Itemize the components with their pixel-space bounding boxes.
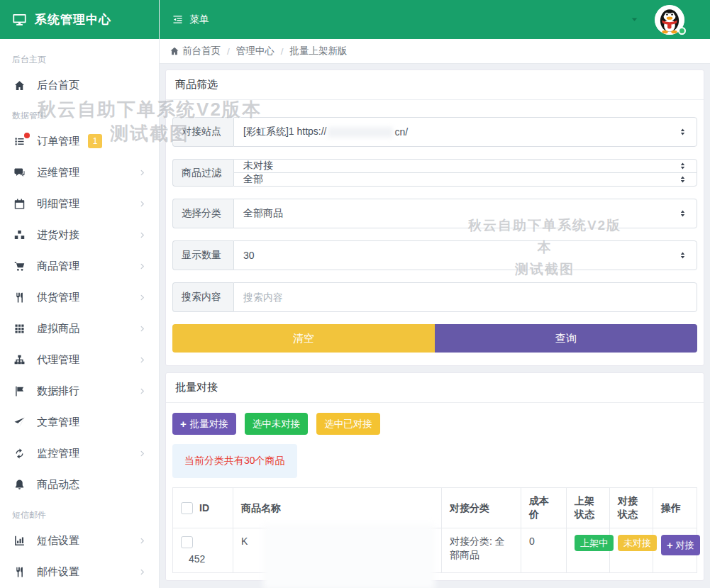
sidebar-item-articles[interactable]: 文章管理	[0, 406, 159, 438]
online-status-dot	[678, 27, 686, 35]
sidebar: 系统管理中心 后台主页后台首页数据管理订单管理1运维管理明细管理进货对接商品管理…	[0, 0, 160, 588]
count-value: 30	[243, 250, 255, 261]
flag-icon	[13, 385, 26, 397]
table-row: 452 K利】 对接分类: 全部商品 0 上架中 未对接	[173, 528, 697, 573]
clear-button[interactable]: 清空	[172, 324, 435, 353]
breadcrumb-separator: /	[281, 46, 284, 57]
home-icon	[170, 46, 179, 56]
select-linked-button[interactable]: 选中已对接	[316, 413, 380, 435]
query-button[interactable]: 查询	[435, 324, 697, 353]
chevron-right-icon	[138, 231, 146, 239]
sidebar-item-label: 代理管理	[37, 353, 79, 367]
sidebar-item-label: 短信设置	[37, 534, 79, 548]
breadcrumb-item: 前台首页	[182, 45, 221, 57]
select-all-checkbox[interactable]	[181, 502, 193, 514]
menu-icon	[172, 13, 184, 26]
column-header-shelf-status: 上架状态	[567, 488, 610, 528]
breadcrumb: 前台首页 / 管理中心 / 批量上架新版	[160, 39, 710, 64]
content-area: 商品筛选 对接站点 [彩虹系统]1 https://cn/ 商品过滤	[160, 64, 710, 588]
sidebar-item-home[interactable]: 后台首页	[0, 70, 159, 101]
chevron-right-icon	[138, 387, 146, 395]
count-label: 显示数量	[172, 240, 233, 270]
avatar[interactable]	[655, 5, 684, 35]
notification-dot	[24, 133, 30, 138]
sidebar-nav: 后台主页后台首页数据管理订单管理1运维管理明细管理进货对接商品管理供货管理虚拟商…	[0, 39, 159, 587]
chevron-right-icon	[138, 200, 146, 208]
menu-label: 菜单	[189, 13, 209, 26]
sidebar-item-email-settings[interactable]: 邮件设置	[0, 556, 159, 587]
product-name-cell: K利】	[233, 528, 442, 573]
sidebar-item-operations[interactable]: 运维管理	[0, 157, 159, 188]
sidebar-item-details[interactable]: 明细管理	[0, 188, 159, 219]
sidebar-item-agents[interactable]: 代理管理	[0, 344, 159, 375]
chevron-right-icon	[138, 537, 146, 545]
products-table: ID 商品名称 对接分类 成本价 上架状态 对接状态 操作	[172, 487, 697, 573]
topbar: 菜单	[160, 0, 710, 39]
breadcrumb-center-link[interactable]: 管理中心	[236, 45, 274, 57]
batch-panel-body: + 批量对接 选中未对接 选中已对接 当前分类共有30个商品	[166, 403, 704, 580]
sidebar-item-label: 后台首页	[37, 79, 79, 92]
category-select[interactable]: 全部商品	[233, 199, 697, 228]
chevron-right-icon	[138, 450, 146, 457]
sidebar-item-purchase-link[interactable]: 进货对接	[0, 219, 159, 250]
batch-link-button[interactable]: + 批量对接	[172, 413, 236, 435]
breadcrumb-home-link[interactable]: 前台首页	[170, 45, 221, 57]
grid-icon	[13, 323, 26, 335]
sidebar-item-label: 进货对接	[37, 228, 79, 242]
category-value: 全部商品	[243, 207, 283, 220]
chevron-right-icon	[138, 325, 146, 333]
row-checkbox[interactable]	[181, 536, 193, 548]
column-header-cost: 成本价	[521, 488, 567, 528]
sidebar-item-monitoring[interactable]: 监控管理	[0, 438, 159, 469]
refresh-icon	[13, 448, 26, 460]
select-unlinked-button[interactable]: 选中未对接	[245, 413, 309, 435]
chevron-right-icon	[138, 356, 146, 364]
breadcrumb-separator: /	[227, 46, 230, 57]
sidebar-section-label: 后台主页	[0, 45, 159, 70]
site-field-group: 对接站点 [彩虹系统]1 https://cn/	[172, 117, 697, 147]
plus-icon: +	[180, 418, 187, 429]
product-filter-stack: 未对接 全部	[233, 159, 697, 187]
site-label: 对接站点	[172, 117, 233, 147]
table-header-row: ID 商品名称 对接分类 成本价 上架状态 对接状态 操作	[173, 488, 697, 528]
select-arrows-icon	[678, 209, 687, 218]
search-field	[233, 282, 697, 312]
blurred-region	[263, 524, 435, 588]
sidebar-item-virtual-goods[interactable]: 虚拟商品	[0, 313, 159, 344]
site-select[interactable]: [彩虹系统]1 https://cn/	[233, 117, 697, 147]
row-category: 对接分类: 全部商品	[442, 528, 521, 573]
product-filter-select-2[interactable]: 全部	[233, 172, 697, 187]
sidebar-item-label: 运维管理	[37, 166, 79, 179]
menu-toggle-button[interactable]: 菜单	[172, 13, 209, 26]
sidebar-item-product-news[interactable]: 商品动态	[0, 469, 159, 500]
count-select[interactable]: 30	[233, 240, 697, 270]
breadcrumb-current: 批量上架新版	[290, 45, 348, 57]
search-input[interactable]	[243, 283, 687, 311]
batch-link-label: 批量对接	[190, 418, 228, 431]
utensils-icon	[13, 566, 26, 578]
product-filter-select-1[interactable]: 未对接	[233, 159, 697, 173]
sidebar-item-orders[interactable]: 订单管理1	[0, 126, 159, 157]
product-name-prefix: K	[241, 536, 248, 547]
column-header-link-status: 对接状态	[610, 488, 653, 528]
product-filter-group: 商品过滤 未对接 全部	[172, 159, 697, 187]
sidebar-item-label: 订单管理	[37, 135, 79, 148]
sidebar-section-label: 短信邮件	[0, 500, 159, 525]
sidebar-item-label: 邮件设置	[37, 565, 79, 579]
column-header-id: ID	[199, 501, 209, 515]
sidebar-item-products[interactable]: 商品管理	[0, 250, 159, 282]
chevron-right-icon	[138, 294, 146, 301]
sidebar-item-supply[interactable]: 供货管理	[0, 282, 159, 313]
sidebar-item-label: 虚拟商品	[37, 322, 79, 335]
caret-down-icon[interactable]	[630, 15, 639, 24]
site-value-prefix: [彩虹系统]1 https://	[243, 126, 326, 138]
column-header-name: 商品名称	[233, 488, 442, 528]
site-value-suffix: cn/	[394, 126, 408, 138]
sidebar-item-sms-settings[interactable]: 短信设置	[0, 525, 159, 556]
link-action-button[interactable]: + 对接	[661, 535, 700, 555]
product-filter-value-1: 未对接	[243, 160, 273, 172]
orders-count-badge: 1	[88, 134, 102, 148]
sidebar-item-label: 数据排行	[37, 384, 79, 398]
sidebar-item-rankings[interactable]: 数据排行	[0, 375, 159, 406]
search-field-group: 搜索内容	[172, 282, 697, 312]
